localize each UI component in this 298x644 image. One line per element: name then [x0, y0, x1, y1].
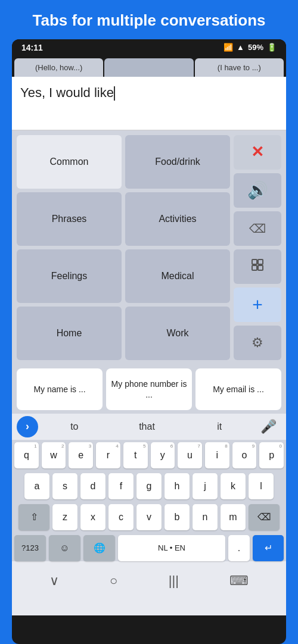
close-icon: ✕: [251, 143, 264, 161]
shift-key[interactable]: ⇧: [18, 504, 49, 530]
mic-button[interactable]: 🎤: [256, 417, 281, 437]
key-row-1: q1 w2 e3 r4 t5 y6 u7 i8 o9 p0: [14, 442, 284, 468]
key-r[interactable]: r4: [96, 442, 120, 468]
battery-icon: 🔋: [267, 43, 277, 52]
key-d[interactable]: d: [80, 473, 105, 499]
backspace-icon: ⌫: [249, 221, 266, 236]
suggest-that[interactable]: that: [111, 417, 184, 437]
key-i[interactable]: i8: [205, 442, 229, 468]
speaker-button[interactable]: 🔊: [234, 173, 281, 208]
tab-1[interactable]: (Hello, how...): [14, 58, 103, 77]
key-k[interactable]: k: [221, 473, 246, 499]
expand-icon: [251, 258, 264, 274]
key-row-2: a s d f g h j k l: [14, 473, 284, 499]
key-e[interactable]: e3: [69, 442, 93, 468]
battery-text: 59%: [248, 43, 263, 52]
action-column: ✕ 🔊 ⌫: [234, 135, 281, 360]
svg-rect-0: [252, 260, 257, 264]
cat-home[interactable]: Home: [17, 307, 122, 360]
key-g[interactable]: g: [136, 473, 162, 499]
globe-key[interactable]: 🌐: [83, 535, 115, 561]
enter-key[interactable]: ↵: [253, 535, 284, 561]
key-m[interactable]: m: [221, 504, 246, 530]
cat-common[interactable]: Common: [17, 135, 122, 189]
key-h[interactable]: h: [164, 473, 190, 499]
suggest-arrow-button[interactable]: ›: [17, 416, 38, 437]
suggest-it[interactable]: it: [183, 417, 256, 437]
key-f[interactable]: f: [108, 473, 134, 499]
nav-home-button[interactable]: ○: [110, 573, 117, 589]
signal-icon: ▲: [237, 43, 244, 52]
status-time: 14:11: [21, 43, 43, 52]
key-x[interactable]: x: [80, 504, 105, 530]
keyboard: q1 w2 e3 r4 t5 y6 u7 i8 o9 p0 a s d f g …: [12, 440, 286, 561]
key-s[interactable]: s: [52, 473, 77, 499]
key-row-3: ⇧ z x c v b n m ⌫: [14, 504, 284, 530]
nav-recents-button[interactable]: |||: [169, 573, 179, 589]
gear-icon: ⚙: [252, 335, 263, 351]
tab-3[interactable]: (I have to ...): [195, 58, 284, 77]
key-j[interactable]: j: [193, 473, 218, 499]
phrase-name[interactable]: My name is ...: [17, 368, 103, 410]
cat-phrases[interactable]: Phrases: [17, 192, 122, 246]
key-l[interactable]: l: [249, 473, 274, 499]
category-grid: Common Food/drink Phrases Activities Fee…: [12, 130, 286, 365]
suggest-to[interactable]: to: [38, 417, 111, 437]
cat-food[interactable]: Food/drink: [125, 135, 230, 189]
emoji-key[interactable]: ☺: [49, 535, 80, 561]
key-o[interactable]: o9: [232, 442, 257, 468]
page-title: Tabs for multiple conversations: [12, 11, 286, 31]
close-button[interactable]: ✕: [234, 135, 281, 170]
wifi-icon: 📶: [224, 43, 233, 52]
key-u[interactable]: u7: [178, 442, 202, 468]
key-p[interactable]: p0: [259, 442, 284, 468]
suggestions-row: › to that it 🎤: [12, 414, 286, 440]
settings-button[interactable]: ⚙: [234, 326, 281, 360]
phrase-phone[interactable]: My phone number is ...: [106, 368, 192, 410]
speaker-icon: 🔊: [247, 180, 268, 200]
key-t[interactable]: t5: [123, 442, 148, 468]
text-input-area[interactable]: Yes, I would like: [12, 77, 286, 130]
key-w[interactable]: w2: [42, 442, 66, 468]
svg-rect-3: [258, 265, 263, 270]
key-v[interactable]: v: [136, 504, 162, 530]
key-b[interactable]: b: [164, 504, 190, 530]
phrase-email[interactable]: My email is ...: [195, 368, 281, 410]
tabs-row: (Hello, how...) (I have to ...): [12, 56, 286, 77]
svg-rect-2: [252, 265, 257, 270]
key-a[interactable]: a: [24, 473, 49, 499]
cat-medical[interactable]: Medical: [125, 249, 230, 303]
key-z[interactable]: z: [52, 504, 77, 530]
nav-back-button[interactable]: ∨: [49, 573, 59, 589]
phrase-row: My name is ... My phone number is ... My…: [12, 365, 286, 414]
period-key[interactable]: .: [228, 535, 250, 561]
space-key[interactable]: NL • EN: [118, 535, 225, 561]
key-row-4: ?123 ☺ 🌐 NL • EN . ↵: [14, 535, 284, 561]
nav-keyboard-button[interactable]: ⌨: [229, 573, 249, 589]
numbers-key[interactable]: ?123: [14, 535, 46, 561]
expand-button[interactable]: [234, 249, 281, 284]
status-bar: 14:11 📶 ▲ 59% 🔋: [12, 39, 286, 56]
svg-rect-1: [258, 260, 263, 264]
key-c[interactable]: c: [108, 504, 134, 530]
cat-activities[interactable]: Activities: [125, 192, 230, 246]
cat-work[interactable]: Work: [125, 307, 230, 360]
nav-bar: ∨ ○ ||| ⌨: [12, 566, 286, 598]
typed-text: Yes, I would like: [20, 84, 278, 102]
backspace-button[interactable]: ⌫: [234, 211, 281, 246]
add-button[interactable]: +: [234, 287, 281, 322]
add-icon: +: [252, 295, 263, 315]
tab-2[interactable]: [104, 58, 193, 77]
keyboard-backspace-key[interactable]: ⌫: [249, 504, 280, 530]
key-y[interactable]: y6: [151, 442, 175, 468]
key-q[interactable]: q1: [14, 442, 39, 468]
key-n[interactable]: n: [193, 504, 218, 530]
cat-feelings[interactable]: Feelings: [17, 249, 122, 303]
